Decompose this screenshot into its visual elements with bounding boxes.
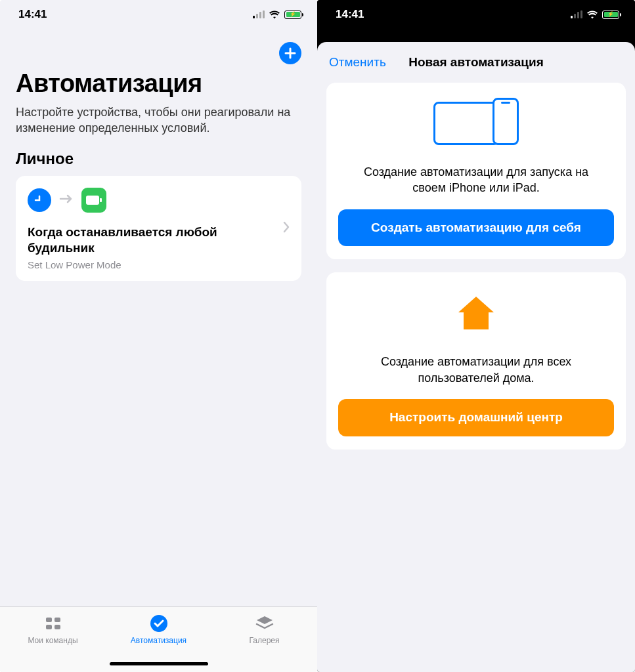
status-time: 14:41 bbox=[18, 8, 47, 21]
wifi-icon bbox=[269, 10, 280, 19]
create-personal-automation-button[interactable]: Создать автоматизацию для себя bbox=[338, 209, 614, 247]
home-indicator[interactable] bbox=[110, 662, 208, 665]
status-icons: ⚡ bbox=[253, 10, 301, 19]
cellular-icon bbox=[571, 10, 582, 18]
tab-label: Галерея bbox=[249, 636, 279, 645]
battery-action-icon bbox=[81, 188, 106, 213]
svg-rect-1 bbox=[100, 198, 102, 202]
arrow-right-icon bbox=[59, 194, 74, 207]
status-time: 14:41 bbox=[336, 8, 364, 21]
tab-label: Мои команды bbox=[28, 636, 77, 645]
status-icons: ⚡ bbox=[571, 10, 619, 19]
home-automation-card: Создание автоматизации для всех пользова… bbox=[326, 272, 626, 449]
screen-automation-list: 14:41 ⚡ Автоматизация Настройте устройст… bbox=[0, 0, 317, 672]
svg-rect-4 bbox=[46, 625, 52, 629]
battery-icon: ⚡ bbox=[602, 10, 619, 19]
phone-icon bbox=[493, 98, 519, 145]
sheet-header: Отменить Новая автоматизация bbox=[317, 55, 635, 83]
tab-gallery[interactable]: Галерея bbox=[212, 614, 317, 672]
screen-new-automation: 14:41 ⚡ Отменить Новая автоматизация Соз… bbox=[317, 0, 635, 672]
personal-automation-card: Создание автоматизации для запуска на св… bbox=[326, 83, 626, 259]
status-bar: 14:41 ⚡ bbox=[0, 0, 317, 29]
wifi-icon bbox=[586, 10, 598, 19]
home-icon bbox=[456, 287, 496, 339]
chevron-right-icon bbox=[283, 221, 290, 236]
section-personal-header: Личное bbox=[16, 150, 301, 168]
cellular-icon bbox=[253, 10, 265, 18]
home-automation-text: Создание автоматизации для всех пользова… bbox=[351, 354, 601, 386]
layers-icon bbox=[255, 614, 274, 633]
personal-automation-text: Создание автоматизации для запуска на св… bbox=[351, 164, 601, 196]
svg-rect-0 bbox=[87, 196, 99, 204]
page-subtitle: Настройте устройства, чтобы они реагиров… bbox=[16, 104, 301, 136]
automation-subtitle: Set Low Power Mode bbox=[28, 259, 290, 270]
add-automation-button[interactable] bbox=[279, 42, 301, 64]
modal-sheet: Отменить Новая автоматизация Создание ав… bbox=[317, 42, 635, 672]
tab-bar: Мои команды Автоматизация Галерея bbox=[0, 606, 317, 672]
tab-my-shortcuts[interactable]: Мои команды bbox=[1, 614, 105, 672]
automation-card[interactable]: Когда останавливается любой будильник Se… bbox=[16, 176, 301, 281]
check-circle-icon bbox=[149, 614, 169, 633]
battery-icon: ⚡ bbox=[284, 10, 301, 19]
page-title: Автоматизация bbox=[16, 70, 301, 98]
tab-label: Автоматизация bbox=[131, 636, 186, 645]
tablet-icon bbox=[433, 102, 499, 145]
status-bar: 14:41 ⚡ bbox=[317, 0, 635, 29]
sheet-title: Новая автоматизация bbox=[408, 55, 544, 70]
devices-illustration bbox=[433, 97, 519, 150]
automation-title: Когда останавливается любой будильник bbox=[28, 224, 238, 257]
clock-icon bbox=[28, 188, 51, 212]
grid-icon bbox=[43, 614, 63, 633]
automation-icons bbox=[28, 188, 290, 213]
setup-home-hub-button[interactable]: Настроить домашний центр bbox=[338, 399, 614, 436]
cancel-button[interactable]: Отменить bbox=[329, 55, 386, 70]
svg-rect-3 bbox=[55, 618, 60, 622]
svg-rect-5 bbox=[55, 625, 60, 629]
svg-rect-2 bbox=[46, 618, 52, 622]
